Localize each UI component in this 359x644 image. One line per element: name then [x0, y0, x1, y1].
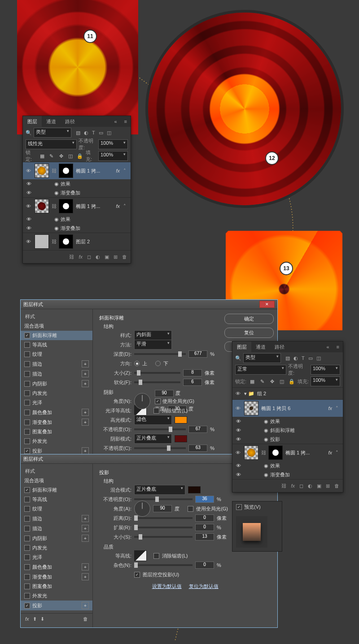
tab-layers[interactable]: 图层	[23, 116, 42, 127]
layer-mask-thumb[interactable]	[268, 445, 283, 460]
gradient-overlay-row[interactable]: 👁◉ 渐变叠加	[23, 224, 131, 233]
trash-icon[interactable]: 🗑	[122, 254, 127, 259]
lock-pos-icon[interactable]: ✥	[57, 152, 65, 160]
contour-picker[interactable]	[134, 550, 147, 561]
preview-checkbox[interactable]: ✓	[236, 504, 242, 510]
filter-pixel-icon[interactable]: ▧	[76, 130, 80, 136]
aa-checkbox[interactable]	[153, 553, 159, 559]
size-slider[interactable]	[134, 372, 180, 374]
satin-item[interactable]: 光泽	[21, 553, 92, 562]
filter-adjust-icon[interactable]: ◐	[84, 130, 88, 136]
filter-adjust-icon[interactable]: ◐	[293, 355, 298, 361]
gradient-overlay-row[interactable]: 👁◉ 渐变叠加	[232, 470, 343, 479]
satin-item[interactable]: 光泽	[21, 398, 92, 407]
inner-shadow-item[interactable]: 内阴影+	[21, 533, 92, 543]
dir-up-radio[interactable]	[134, 361, 140, 366]
outer-glow-item[interactable]: 外发光	[21, 437, 92, 446]
filter-shape-icon[interactable]: ▭	[99, 130, 103, 136]
dir-down-radio[interactable]	[155, 361, 161, 366]
add-icon[interactable]: +	[82, 360, 89, 367]
layer-name[interactable]: 椭圆 1 拷...	[285, 450, 325, 456]
tab-channels[interactable]: 通道	[42, 116, 61, 127]
shadow-opacity-input[interactable]: 63	[188, 445, 207, 452]
effects-row[interactable]: 👁◉ 效果	[232, 461, 343, 470]
link-layers-icon[interactable]: ⛓	[69, 254, 74, 259]
filter-shape-icon[interactable]: ▭	[308, 355, 313, 361]
visibility-icon[interactable]: 👁	[26, 225, 34, 231]
filter-type-icon[interactable]: T	[302, 355, 305, 361]
shadow-blend-select[interactable]: 正片叠底	[134, 485, 185, 495]
fx-badge[interactable]: fx	[328, 450, 332, 455]
lock-all-icon[interactable]: 🔒	[288, 377, 296, 385]
stroke-item[interactable]: 描边+	[21, 359, 92, 369]
link-layers-icon[interactable]: ⛓	[281, 483, 286, 488]
fx-badge[interactable]: fx	[328, 406, 332, 411]
filter-smart-icon[interactable]: ◫	[107, 130, 111, 136]
angle-input[interactable]: 90	[155, 390, 174, 397]
add-icon[interactable]: +	[82, 535, 89, 542]
layer-row-ellipse-copy-6[interactable]: 👁 椭圆 1 拷贝 6 fx ˄	[232, 399, 343, 417]
bevel-row[interactable]: 👁◉ 斜面和浮雕	[232, 426, 343, 435]
effects-row[interactable]: 👁◉ 效果	[23, 215, 131, 224]
new-layer-icon[interactable]: ⊞	[326, 483, 330, 489]
layer-mask-thumb[interactable]	[59, 164, 73, 178]
pattern-overlay-item[interactable]: 图案叠加	[21, 582, 92, 591]
depth-slider[interactable]	[134, 353, 186, 355]
tab-channels[interactable]: 通道	[251, 341, 270, 352]
contour-item[interactable]: 等高线	[21, 340, 92, 350]
visibility-icon[interactable]: 👁	[25, 203, 32, 209]
grad-overlay-item[interactable]: 渐变叠加+	[21, 572, 92, 582]
group-row[interactable]: 👁 ▾ 📁 组 2	[232, 387, 343, 399]
opacity-input[interactable]: 100%	[311, 365, 340, 375]
angle-wheel[interactable]	[134, 393, 150, 409]
inner-glow-item[interactable]: 内发光	[21, 543, 92, 553]
fx-badge[interactable]: fx	[116, 203, 120, 209]
drop-shadow-item[interactable]: ✓投影+	[21, 601, 92, 610]
effects-row[interactable]: 👁◉ 效果	[232, 417, 343, 426]
spread-input[interactable]: 0	[195, 524, 214, 531]
size-input[interactable]: 13	[195, 533, 214, 540]
expand-icon[interactable]: ˄	[336, 406, 341, 411]
filter-type-select[interactable]: 类型	[34, 128, 71, 138]
adjustment-icon[interactable]: ◐	[308, 483, 312, 489]
effects-row[interactable]: 👁◉ 效果	[23, 179, 131, 188]
layer-row-ellipse-copy-a[interactable]: 👁 ⛓ 椭圆 1 拷... fx ˄	[23, 162, 131, 179]
bevel-item[interactable]: ✓斜面和浮雕	[21, 331, 92, 340]
noise-input[interactable]: 0	[195, 562, 214, 569]
layer-name[interactable]: 椭圆 1 拷...	[76, 168, 113, 174]
add-icon[interactable]: +	[82, 602, 89, 609]
lock-paint-icon[interactable]: ✎	[258, 377, 266, 385]
panel-menu-icon[interactable]: ≡	[333, 341, 343, 352]
fill-input[interactable]: 100%	[311, 376, 340, 386]
visibility-icon[interactable]: 👁	[234, 450, 241, 455]
depth-input[interactable]: 677	[188, 350, 207, 358]
distance-input[interactable]: 0	[195, 514, 214, 522]
tab-paths[interactable]: 路径	[270, 341, 289, 352]
group-icon[interactable]: ▣	[105, 254, 109, 260]
visibility-icon[interactable]: 👁	[25, 239, 32, 244]
fx-icon[interactable]: fx	[79, 254, 83, 259]
lock-trans-icon[interactable]: ▦	[248, 377, 256, 385]
visibility-icon[interactable]: 👁	[236, 437, 243, 442]
filter-type-icon[interactable]: T	[92, 130, 95, 135]
tab-layers[interactable]: 图层	[232, 341, 251, 352]
filter-pixel-icon[interactable]: ▧	[285, 355, 290, 361]
up-icon[interactable]: ⬆	[33, 616, 37, 622]
visibility-icon[interactable]: 👁	[26, 181, 34, 186]
opacity-input[interactable]: 100%	[98, 139, 128, 149]
add-icon[interactable]: +	[82, 525, 89, 532]
add-icon[interactable]: +	[82, 409, 89, 416]
layer-row-ellipse-copy-b[interactable]: 👁 ⛓ 椭圆 1 拷... fx ˄	[23, 197, 131, 215]
texture-item[interactable]: 纹理	[21, 350, 92, 359]
gradient-overlay-row[interactable]: 👁◉ 渐变叠加	[23, 188, 131, 197]
panel-collapse-icon[interactable]: «	[323, 341, 333, 352]
add-icon[interactable]: +	[82, 563, 89, 571]
expand-icon[interactable]: ˄	[123, 168, 129, 174]
filter-smart-icon[interactable]: ◫	[316, 355, 321, 361]
angle-wheel[interactable]	[134, 501, 150, 517]
fill-input[interactable]: 100%	[98, 151, 128, 161]
reset-button[interactable]: 复位	[224, 328, 274, 338]
angle-input[interactable]: 90	[153, 505, 172, 512]
blend-options-item[interactable]: 混合选项	[21, 476, 92, 485]
layer-name[interactable]: 椭圆 1 拷贝 6	[261, 405, 325, 412]
